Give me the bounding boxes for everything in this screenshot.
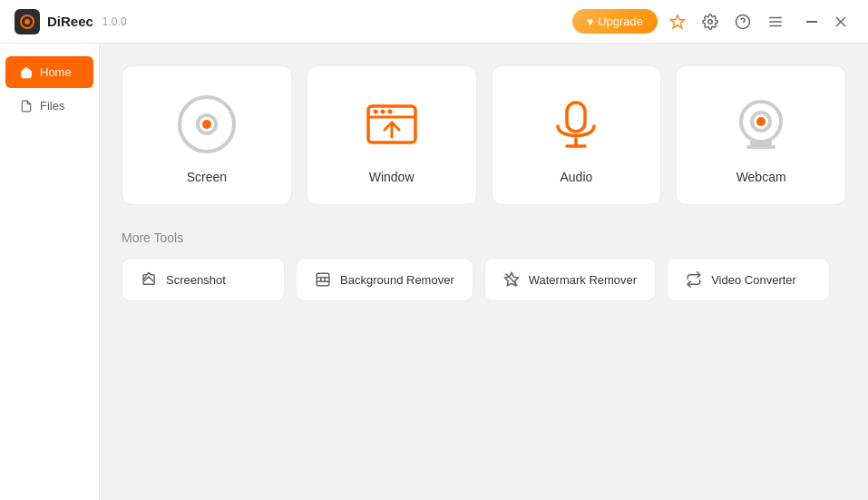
- audio-icon: [543, 92, 609, 157]
- upgrade-label: Upgrade: [598, 15, 643, 28]
- app-logo: [15, 9, 40, 34]
- svg-point-16: [387, 110, 392, 114]
- app-version: 1.0.0: [102, 15, 127, 28]
- webcam-card-label: Webcam: [736, 170, 786, 184]
- sidebar-item-home[interactable]: Home: [5, 56, 93, 88]
- background-remover-icon: [315, 271, 331, 288]
- watermark-remover-icon: [503, 271, 520, 288]
- screen-card[interactable]: Screen: [122, 65, 292, 205]
- background-remover-tool[interactable]: Background Remover: [296, 258, 473, 301]
- svg-point-0: [708, 19, 713, 24]
- video-converter-tool-label: Video Converter: [711, 273, 796, 287]
- svg-rect-29: [317, 273, 329, 286]
- sidebar-item-home-label: Home: [40, 65, 72, 79]
- svg-rect-6: [806, 21, 817, 23]
- titlebar-left: DiReec 1.0.0: [15, 9, 127, 34]
- settings-icon[interactable]: [697, 9, 723, 34]
- svg-point-11: [202, 120, 211, 129]
- screen-icon: [174, 92, 239, 157]
- svg-point-14: [373, 110, 377, 114]
- recording-cards: Screen Window: [122, 65, 846, 205]
- help-icon[interactable]: [730, 9, 756, 34]
- screenshot-tool-label: Screenshot: [166, 273, 226, 287]
- webcam-card[interactable]: Webcam: [676, 65, 846, 205]
- audio-card[interactable]: Audio: [492, 65, 662, 205]
- files-icon: [20, 100, 33, 113]
- heart-icon: ♥: [587, 15, 593, 28]
- tools-grid: Screenshot Background Re: [122, 258, 846, 301]
- webcam-icon: [728, 92, 794, 157]
- screenshot-icon: [141, 271, 157, 288]
- titlebar-right: ♥ Upgrade: [572, 9, 853, 34]
- titlebar: DiReec 1.0.0 ♥ Upgrade: [0, 0, 868, 44]
- close-button[interactable]: [828, 9, 853, 34]
- watermark-remover-tool-label: Watermark Remover: [529, 273, 637, 287]
- app-name: DiReec: [47, 14, 93, 29]
- upgrade-button[interactable]: ♥ Upgrade: [572, 9, 658, 34]
- more-tools-section: More Tools Screenshot: [122, 230, 846, 301]
- screen-card-label: Screen: [187, 170, 227, 184]
- menu-icon[interactable]: [763, 9, 788, 34]
- sidebar-item-files-label: Files: [40, 99, 64, 113]
- main-layout: Home Files: [0, 44, 868, 500]
- app-logo-icon: [20, 15, 34, 29]
- minimize-button[interactable]: [799, 9, 824, 34]
- svg-rect-25: [746, 145, 775, 149]
- svg-rect-18: [567, 103, 585, 132]
- screenshot-tool[interactable]: Screenshot: [122, 258, 285, 301]
- background-remover-tool-label: Background Remover: [340, 273, 454, 287]
- diamond-icon[interactable]: [665, 9, 690, 34]
- audio-card-label: Audio: [560, 170, 592, 184]
- window-controls: [799, 9, 853, 34]
- window-card[interactable]: Window: [307, 65, 477, 205]
- svg-point-15: [380, 110, 385, 114]
- home-icon: [20, 66, 33, 79]
- content: Screen Window: [100, 44, 868, 500]
- window-card-label: Window: [369, 170, 414, 184]
- video-converter-tool[interactable]: Video Converter: [667, 258, 830, 301]
- svg-line-27: [149, 277, 153, 281]
- svg-point-23: [756, 117, 766, 126]
- sidebar-item-files[interactable]: Files: [5, 90, 93, 122]
- more-tools-title: More Tools: [122, 230, 846, 245]
- video-converter-icon: [686, 271, 702, 288]
- watermark-remover-tool[interactable]: Watermark Remover: [484, 258, 656, 301]
- window-icon: [359, 92, 424, 157]
- sidebar: Home Files: [0, 44, 100, 500]
